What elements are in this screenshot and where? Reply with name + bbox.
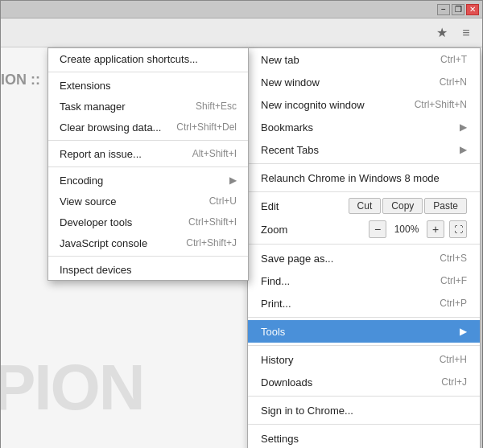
menu-item-label: Recent Tabs bbox=[261, 144, 319, 156]
close-button[interactable]: ✕ bbox=[466, 4, 479, 15]
menu-item-relaunch[interactable]: Relaunch Chrome in Windows 8 mode bbox=[248, 166, 480, 189]
menu-item-label: Downloads bbox=[261, 376, 312, 388]
tools-item-label: View source bbox=[60, 195, 117, 208]
tools-item-label: Report an issue... bbox=[60, 148, 142, 160]
menu-item-new-incognito[interactable]: New incognito windowCtrl+Shift+N bbox=[248, 93, 480, 116]
menu-item-label: Bookmarks bbox=[261, 121, 313, 134]
menu-item-settings[interactable]: Settings bbox=[248, 427, 480, 448]
tools-item-developer-tools[interactable]: Developer toolsCtrl+Shift+I bbox=[48, 212, 248, 232]
zoom-in-button[interactable]: + bbox=[427, 220, 444, 238]
submenu-arrow-icon: ▶ bbox=[460, 326, 467, 337]
browser-toolbar: ★ ≡ bbox=[1, 18, 482, 47]
menu-item-shortcut: Ctrl+S bbox=[440, 253, 467, 264]
menu-item-recent-tabs[interactable]: Recent Tabs▶ bbox=[248, 138, 480, 161]
menu-item-tools[interactable]: Tools▶ bbox=[248, 320, 480, 343]
submenu-arrow-icon: ▶ bbox=[460, 144, 467, 155]
menu-item-downloads[interactable]: DownloadsCtrl+J bbox=[248, 371, 480, 393]
edit-cut-button[interactable]: Cut bbox=[349, 198, 382, 214]
submenu-arrow-icon: ▶ bbox=[460, 121, 467, 133]
menu-item-label: Settings bbox=[261, 433, 299, 445]
menu-item-label: New incognito window bbox=[261, 99, 365, 111]
menu-item-shortcut: Ctrl+Shift+N bbox=[415, 99, 467, 110]
edit-label: Edit bbox=[261, 200, 279, 212]
menu-item-label: History bbox=[261, 354, 293, 366]
menu-item-shortcut: Ctrl+F bbox=[440, 275, 467, 286]
menu-item-label: Relaunch Chrome in Windows 8 mode bbox=[261, 172, 440, 184]
tools-item-shortcut: Ctrl+U bbox=[209, 195, 237, 207]
maximize-button[interactable]: ❐ bbox=[452, 4, 464, 15]
menu-item-history[interactable]: HistoryCtrl+H bbox=[248, 348, 480, 371]
tools-item-encoding[interactable]: Encoding▶ bbox=[48, 170, 248, 191]
menu-item-label: New tab bbox=[261, 54, 299, 66]
zoom-value: 100% bbox=[391, 224, 422, 235]
menu-item-print[interactable]: Print...Ctrl+P bbox=[248, 292, 480, 314]
tools-item-shortcut: Shift+Esc bbox=[196, 101, 237, 112]
tools-item-task-manager[interactable]: Task managerShift+Esc bbox=[48, 96, 248, 117]
tools-item-label: Inspect devices bbox=[60, 264, 132, 276]
toolbar-right: ★ ≡ bbox=[432, 23, 476, 43]
tools-submenu: Create application shortcuts...Extension… bbox=[47, 47, 249, 281]
tools-item-label: Extensions bbox=[60, 80, 111, 92]
browser-window: − ❐ ✕ ★ ≡ 🔒 SECURE Hacker Proof 🚫 bbox=[0, 0, 483, 448]
menu-item-label: New window bbox=[261, 76, 320, 88]
menu-item-shortcut: Ctrl+N bbox=[440, 76, 467, 88]
minimize-button[interactable]: − bbox=[437, 4, 450, 15]
chrome-menu: New tabCtrl+TNew windowCtrl+NNew incogni… bbox=[247, 47, 481, 448]
tools-item-javascript-console[interactable]: JavaScript consoleCtrl+Shift+J bbox=[48, 232, 248, 253]
menu-item-shortcut: Ctrl+J bbox=[441, 376, 467, 388]
tools-item-inspect-devices[interactable]: Inspect devices bbox=[48, 259, 248, 280]
tools-item-create-shortcuts[interactable]: Create application shortcuts... bbox=[48, 48, 248, 69]
edit-copy-button[interactable]: Copy bbox=[382, 198, 423, 214]
menu-item-label: Sign in to Chrome... bbox=[261, 405, 353, 417]
tools-item-label: Developer tools bbox=[60, 216, 132, 228]
menu-item-label: Tools bbox=[261, 326, 285, 338]
menu-item-shortcut: Ctrl+T bbox=[440, 54, 467, 65]
tools-item-label: Clear browsing data... bbox=[60, 121, 161, 134]
tools-item-shortcut: Ctrl+Shift+J bbox=[186, 237, 237, 249]
title-bar: − ❐ ✕ bbox=[1, 1, 482, 18]
tools-item-view-source[interactable]: View sourceCtrl+U bbox=[48, 191, 248, 212]
pion-label: ION :: bbox=[1, 72, 40, 88]
tools-item-clear-browsing[interactable]: Clear browsing data...Ctrl+Shift+Del bbox=[48, 117, 248, 138]
menu-item-label: Save page as... bbox=[261, 253, 333, 265]
tools-item-shortcut: Ctrl+Shift+Del bbox=[176, 121, 237, 133]
menu-item-shortcut: Ctrl+P bbox=[440, 298, 467, 309]
tools-item-extensions[interactable]: Extensions bbox=[48, 75, 248, 96]
watermark: PION bbox=[1, 351, 144, 425]
tools-submenu-arrow-icon: ▶ bbox=[229, 175, 237, 186]
fullscreen-button[interactable]: ⛶ bbox=[449, 220, 467, 238]
menu-item-save-page[interactable]: Save page as...Ctrl+S bbox=[248, 247, 480, 269]
menu-item-label: Print... bbox=[261, 298, 291, 310]
tools-item-shortcut: Alt+Shift+I bbox=[192, 148, 237, 159]
zoom-label: Zoom bbox=[261, 224, 287, 236]
tools-item-report-issue[interactable]: Report an issue...Alt+Shift+I bbox=[48, 143, 248, 164]
tools-item-shortcut: Ctrl+Shift+I bbox=[188, 216, 237, 228]
tools-item-label: Encoding bbox=[60, 175, 103, 187]
tools-item-label: JavaScript console bbox=[60, 237, 147, 249]
edit-btn-group: CutCopyPaste bbox=[349, 198, 467, 214]
menu-item-new-window[interactable]: New windowCtrl+N bbox=[248, 71, 480, 93]
menu-item-shortcut: Ctrl+H bbox=[440, 354, 467, 365]
menu-item-sign-in[interactable]: Sign in to Chrome... bbox=[248, 399, 480, 421]
zoom-row: Zoom−100%+⛶ bbox=[248, 217, 480, 241]
edit-paste-button[interactable]: Paste bbox=[424, 198, 467, 214]
zoom-out-button[interactable]: − bbox=[369, 220, 386, 238]
bookmark-icon[interactable]: ★ bbox=[432, 23, 452, 43]
menu-item-find[interactable]: Find...Ctrl+F bbox=[248, 269, 480, 292]
tools-item-label: Create application shortcuts... bbox=[60, 53, 198, 65]
chrome-menu-icon[interactable]: ≡ bbox=[456, 23, 476, 43]
edit-row: EditCutCopyPaste bbox=[248, 195, 480, 217]
menu-item-bookmarks[interactable]: Bookmarks▶ bbox=[248, 116, 480, 138]
tools-item-label: Task manager bbox=[60, 101, 126, 113]
menu-item-label: Find... bbox=[261, 275, 290, 287]
menu-item-new-tab[interactable]: New tabCtrl+T bbox=[248, 48, 480, 71]
